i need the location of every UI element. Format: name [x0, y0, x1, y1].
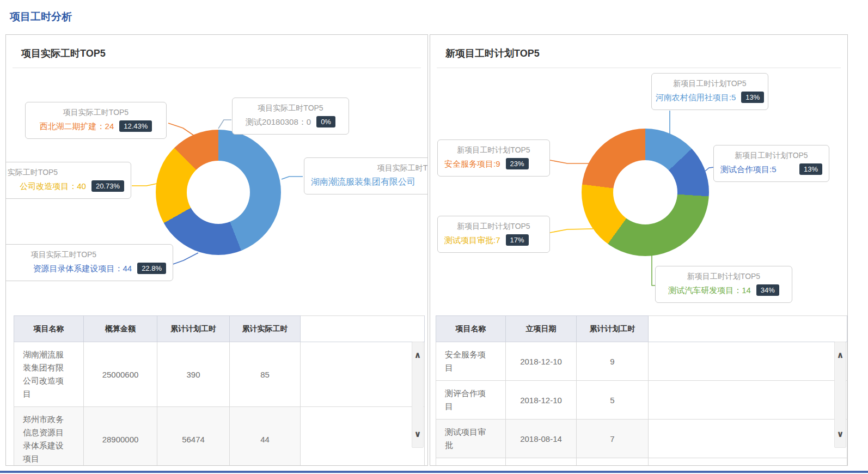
table-cell-filler — [649, 420, 847, 458]
table-header-row: 项目名称 立项日期 累计计划工时 — [436, 316, 847, 342]
table-cell: 390 — [157, 342, 230, 407]
column-header: 累计实际工时 — [230, 316, 301, 342]
callout-test20180308: 项目实际工时TOP5 测试20180308：00% — [232, 98, 349, 135]
table-scrollbar[interactable]: ∧ ∨ — [834, 342, 846, 448]
table-cell: 安全服务项目 — [436, 342, 506, 381]
callout-header: 项目实际工时TOP5 — [311, 162, 428, 174]
column-header: 立项日期 — [506, 316, 577, 342]
table-cell: 测评合作项目 — [436, 381, 506, 420]
column-header: 概算金额 — [84, 316, 157, 342]
table-row: 安全服务项目2018-12-109 — [436, 342, 847, 381]
percent-badge: 13% — [741, 92, 764, 103]
callout-gongsi-gaizao: 项目实际工时TOP5 公司改造项目：4020.73% — [5, 162, 131, 199]
table-cell: 5 — [577, 381, 649, 420]
planned-hours-table: 项目名称 立项日期 累计计划工时 安全服务项目2018-12-109测评合作项目… — [436, 315, 847, 466]
percent-badge: 20.73% — [91, 180, 124, 192]
table-cell: 2018-12-10 — [506, 342, 577, 381]
panel-title-actual-hours: 项目实际工时TOP5 — [21, 47, 106, 60]
callout-label: 测试20180308：0 — [246, 114, 311, 129]
callout-label: 测试汽车研发项目：14 — [668, 283, 751, 297]
callout-header: 新项目工时计划TOP5 — [662, 270, 785, 283]
percent-badge: 23% — [506, 158, 529, 169]
percent-badge: 0% — [316, 116, 335, 127]
table-cell-filler — [649, 381, 847, 420]
percent-badge: 12.43% — [119, 120, 152, 132]
callout-header: 新项目工时计划TOP5 — [444, 220, 543, 233]
table-cell: 7 — [577, 420, 649, 458]
column-header-filler — [301, 316, 425, 342]
scroll-up-icon[interactable]: ∧ — [835, 351, 846, 360]
table-cell: 2018-08-14 — [506, 420, 577, 458]
callout-header: 项目实际工时TOP5 — [5, 248, 166, 261]
scroll-down-icon[interactable]: ∨ — [835, 430, 846, 439]
callout-anquan-fuwu: 新项目工时计划TOP5 安全服务项目:923% — [437, 139, 550, 177]
donut-hole — [613, 160, 677, 224]
callout-header: 新项目工时计划TOP5 — [658, 77, 761, 90]
actual-hours-table: 项目名称 概算金额 累计计划工时 累计实际工时 湖南潮流服装集团有限公司改造项目… — [14, 315, 425, 466]
callout-header: 新项目工时计划TOP5 — [720, 149, 822, 162]
table-row: 测评合作项目2018-12-105 — [436, 381, 847, 420]
table-cell: 85 — [230, 342, 301, 407]
callout-label: 测试项目审批:7 — [444, 233, 500, 247]
scroll-down-icon[interactable]: ∨ — [412, 430, 423, 439]
callout-xiangmu-shenpi: 新项目工时计划TOP5 测试项目审批:717% — [437, 216, 550, 253]
callout-label: 湖南潮流服装集团有限公司 — [311, 174, 415, 189]
table-cell: 44 — [230, 407, 301, 466]
callout-ziyuan-mulu: 项目实际工时TOP5 资源目录体系建设项目：4422.8% — [5, 244, 173, 281]
actual-hours-panel: 项目实际工时TOP5 项目实际工时TOP5 西北湖二期扩建：2412.43% 项… — [5, 34, 428, 466]
percent-badge: 22.8% — [137, 263, 166, 274]
column-header-filler — [649, 316, 847, 342]
donut-chart-actual-hours[interactable] — [156, 130, 281, 255]
callout-hezuo-xiangmu: 新项目工时计划TOP5 测试合作项目:513% — [713, 145, 829, 182]
percent-badge: 13% — [799, 163, 822, 175]
table-cell: 14 — [577, 458, 649, 466]
callout-henan-xinyongshe: 新项目工时计划TOP5 河南农村信用社项目:513% — [651, 73, 768, 110]
table-cell: 测试汽车研发项目 — [436, 458, 506, 466]
table-cell: 2018-12-10 — [506, 381, 577, 420]
table-cell: 郑州市政务信息资源目录体系建设项目 — [14, 407, 84, 466]
table-cell-filler — [301, 342, 425, 407]
table-cell: 2018-08-13 — [506, 458, 577, 466]
table-row: 测试项目审批2018-08-147 — [436, 420, 847, 458]
callout-hunan-chaoliu: 项目实际工时TOP5 湖南潮流服装集团有限公司 — [304, 157, 428, 195]
table-row: 测试汽车研发项目2018-08-1314 — [436, 458, 847, 466]
callout-label: 测试合作项目:5 — [720, 162, 777, 177]
percent-badge: 34% — [756, 284, 779, 296]
column-header: 累计计划工时 — [577, 316, 649, 342]
page-title: 项目工时分析 — [10, 10, 72, 24]
table-header-row: 项目名称 概算金额 累计计划工时 累计实际工时 — [14, 316, 425, 342]
callout-header: 项目实际工时TOP5 — [5, 166, 124, 179]
callout-header: 项目实际工时TOP5 — [32, 106, 160, 119]
table-cell: 28900000 — [84, 407, 157, 466]
table-cell: 9 — [577, 342, 649, 381]
table-row: 湖南潮流服装集团有限公司改造项目2500060039085 — [14, 342, 425, 407]
table-cell: 湖南潮流服装集团有限公司改造项目 — [14, 342, 84, 407]
donut-chart-planned-hours[interactable] — [582, 129, 709, 256]
panel-title-planned-hours: 新项目工时计划TOP5 — [445, 47, 540, 60]
bottom-accent-line — [0, 471, 868, 473]
table-cell: 25000600 — [84, 342, 157, 407]
callout-qiche-yanfa: 新项目工时计划TOP5 测试汽车研发项目：1434% — [655, 266, 792, 303]
column-header: 项目名称 — [14, 316, 84, 342]
callout-label: 公司改造项目：40 — [20, 179, 86, 193]
column-header: 累计计划工时 — [157, 316, 230, 342]
percent-badge: 17% — [506, 234, 529, 246]
scroll-up-icon[interactable]: ∧ — [412, 351, 423, 360]
table-cell: 56474 — [157, 407, 230, 466]
callout-header: 新项目工时计划TOP5 — [444, 144, 543, 156]
table-cell-filler — [301, 407, 425, 466]
table-cell-filler — [649, 458, 847, 466]
planned-hours-panel: 新项目工时计划TOP5 新项目工时计划TOP5 河南农村信用社项目:513% 新… — [430, 34, 848, 466]
callout-label: 河南农村信用社项目:5 — [656, 90, 736, 105]
callout-label: 西北湖二期扩建：24 — [40, 119, 114, 133]
table-cell-filler — [649, 342, 847, 381]
table-scrollbar[interactable]: ∧ ∨ — [412, 342, 424, 448]
callout-label: 安全服务项目:9 — [444, 156, 500, 171]
title-divider — [437, 68, 841, 68]
column-header: 项目名称 — [436, 316, 506, 342]
table-row: 郑州市政务信息资源目录体系建设项目289000005647444 — [14, 407, 425, 466]
callout-xibeihu: 项目实际工时TOP5 西北湖二期扩建：2412.43% — [25, 102, 167, 139]
callout-header: 项目实际工时TOP5 — [239, 102, 342, 114]
callout-label: 资源目录体系建设项目：44 — [33, 261, 132, 276]
table-cell: 测试项目审批 — [436, 420, 506, 458]
